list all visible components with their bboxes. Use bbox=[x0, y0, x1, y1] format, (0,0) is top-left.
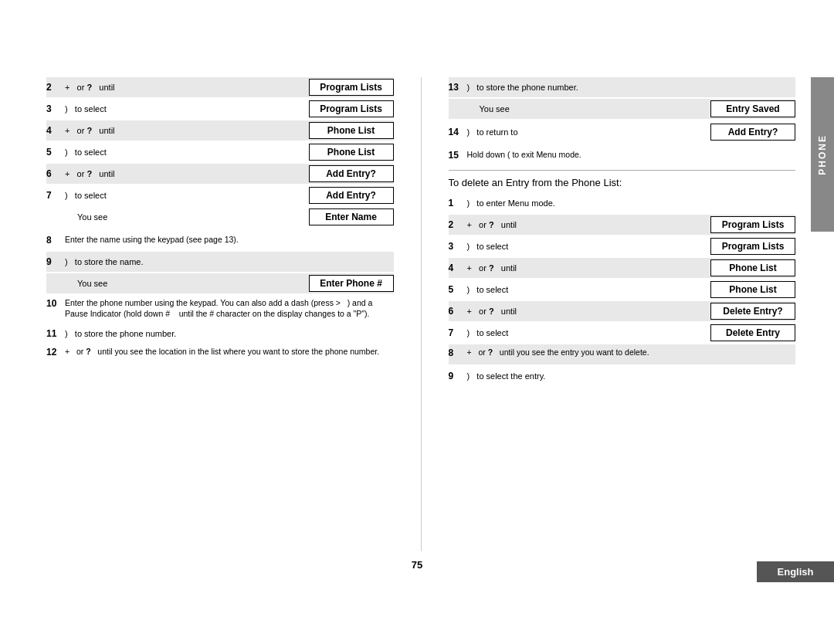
step-9-text: ) to store the name. bbox=[62, 256, 394, 268]
step-13-row: 13 ) to store the phone number. bbox=[449, 77, 796, 97]
step-7b-btn: Enter Name bbox=[309, 208, 394, 225]
step-14-btn: Add Entry? bbox=[710, 124, 795, 141]
step-13-text: ) to store the phone number. bbox=[464, 81, 796, 93]
step-6-text: + or ? until bbox=[62, 168, 309, 180]
column-divider bbox=[421, 77, 422, 551]
del-step-8-num: 8 bbox=[449, 346, 464, 358]
del-step-1-num: 1 bbox=[449, 198, 464, 208]
content-area: 2 + or ? until Program Lists 3 ) to sele… bbox=[46, 77, 795, 551]
step-7-text: ) to select bbox=[62, 189, 309, 202]
left-column: 2 + or ? until Program Lists 3 ) to sele… bbox=[46, 77, 394, 551]
del-step-9-text: ) to select the entry. bbox=[464, 370, 796, 382]
english-badge: English bbox=[757, 561, 834, 582]
del-step-1-text: ) to enter Menu mode. bbox=[464, 197, 796, 209]
step-9b-btn: Enter Phone # bbox=[309, 275, 394, 292]
del-step-5-row: 5 ) to select Phone List bbox=[449, 280, 796, 300]
language-label: English bbox=[778, 566, 814, 578]
section-divider bbox=[449, 170, 796, 171]
step-14-row: 14 ) to return to Add Entry? bbox=[449, 122, 796, 142]
step-10-row: 10 Enter the phone number using the keyp… bbox=[46, 297, 394, 320]
del-step-4-num: 4 bbox=[449, 263, 464, 273]
step-8-row: 8 Enter the name using the keypad (see p… bbox=[46, 230, 394, 250]
step-6-row: 6 + or ? until Add Entry? bbox=[46, 164, 394, 184]
del-step-2-row: 2 + or ? until Program Lists bbox=[449, 215, 796, 235]
del-step-1-row: 1 ) to enter Menu mode. bbox=[449, 193, 796, 213]
delete-section-heading: To delete an Entry from the Phone List: bbox=[449, 177, 796, 188]
del-step-3-text: ) to select bbox=[464, 240, 711, 253]
del-step-7-btn: Delete Entry bbox=[710, 324, 795, 341]
step-7-btn: Add Entry? bbox=[309, 187, 394, 204]
step-14-num: 14 bbox=[449, 127, 464, 137]
del-step-6-btn: Delete Entry? bbox=[710, 303, 795, 320]
del-step-3-row: 3 ) to select Program Lists bbox=[449, 236, 796, 256]
step-10-text: Enter the phone number using the keypad.… bbox=[62, 297, 394, 320]
del-step-2-num: 2 bbox=[449, 219, 464, 230]
del-step-6-text: + or ? until bbox=[464, 305, 711, 317]
del-step-3-num: 3 bbox=[449, 241, 464, 252]
del-step-7-row: 7 ) to select Delete Entry bbox=[449, 323, 796, 343]
phone-tab: PHONE bbox=[811, 77, 834, 232]
step-9-row: 9 ) to store the name. bbox=[46, 252, 394, 272]
step-7-row: 7 ) to select Add Entry? bbox=[46, 185, 394, 205]
step-15-text: Hold down ( to exit Menu mode. bbox=[464, 148, 796, 162]
step-7b-yousee: You see bbox=[62, 211, 309, 223]
del-step-9-num: 9 bbox=[449, 371, 464, 381]
step-8-num: 8 bbox=[46, 235, 62, 246]
del-step-7-num: 7 bbox=[449, 327, 464, 338]
step-15-row: 15 Hold down ( to exit Menu mode. bbox=[449, 145, 796, 165]
step-5-row: 5 ) to select Phone List bbox=[46, 142, 394, 162]
del-step-6-row: 6 + or ? until Delete Entry? bbox=[449, 301, 796, 321]
step-6-num: 6 bbox=[46, 168, 62, 179]
step-4-row: 4 + or ? until Phone List bbox=[46, 120, 394, 141]
step-9b-num bbox=[46, 278, 62, 289]
step-13-num: 13 bbox=[449, 82, 464, 93]
step-4-btn: Phone List bbox=[309, 122, 394, 139]
step-2-btn: Program Lists bbox=[309, 79, 394, 96]
step-2-num: 2 bbox=[46, 82, 62, 93]
step-13b-row: You see Entry Saved bbox=[449, 99, 796, 119]
step-7b-num bbox=[46, 212, 62, 222]
step-12-num: 12 bbox=[46, 345, 62, 358]
step-5-text: ) to select bbox=[62, 146, 309, 158]
del-step-3-btn: Program Lists bbox=[710, 238, 795, 255]
step-3-btn: Program Lists bbox=[309, 100, 394, 117]
step-6-btn: Add Entry? bbox=[309, 165, 394, 182]
step-13b-num bbox=[449, 103, 464, 114]
step-15-num: 15 bbox=[449, 150, 464, 161]
step-14-text: ) to return to bbox=[464, 126, 711, 138]
step-10-num: 10 bbox=[46, 297, 62, 309]
del-step-4-text: + or ? until bbox=[464, 262, 711, 274]
del-step-2-text: + or ? until bbox=[464, 219, 711, 231]
del-step-5-num: 5 bbox=[449, 284, 464, 295]
step-3-text: ) to select bbox=[62, 103, 309, 115]
del-step-7-text: ) to select bbox=[464, 327, 711, 339]
del-step-8-row: 8 + or ? until you see the entry you wan… bbox=[449, 344, 796, 364]
page-number: 75 bbox=[412, 559, 422, 571]
step-11-row: 11 ) to store the phone number. bbox=[46, 324, 394, 344]
step-9b-yousee: You see bbox=[62, 277, 309, 290]
right-column: 13 ) to store the phone number. You see … bbox=[449, 77, 796, 551]
del-step-4-btn: Phone List bbox=[710, 259, 795, 276]
step-13b-btn: Entry Saved bbox=[710, 100, 795, 117]
del-step-6-num: 6 bbox=[449, 306, 464, 317]
del-step-5-text: ) to select bbox=[464, 283, 711, 296]
step-4-text: + or ? until bbox=[62, 124, 309, 137]
del-step-8-text: + or ? until you see the entry you want … bbox=[464, 346, 796, 360]
step-5-btn: Phone List bbox=[309, 144, 394, 161]
step-8-text: Enter the name using the keypad (see pag… bbox=[62, 233, 394, 247]
del-step-9-row: 9 ) to select the entry. bbox=[449, 366, 796, 386]
step-2-text: + or ? until bbox=[62, 81, 309, 93]
del-step-4-row: 4 + or ? until Phone List bbox=[449, 258, 796, 278]
step-12-text: + or ? until you see the location in the… bbox=[62, 345, 394, 359]
step-5-num: 5 bbox=[46, 147, 62, 158]
step-12-row: 12 + or ? until you see the location in … bbox=[46, 345, 394, 365]
step-11-num: 11 bbox=[46, 328, 62, 339]
del-step-2-btn: Program Lists bbox=[710, 216, 795, 233]
step-11-text: ) to store the phone number. bbox=[62, 327, 394, 340]
phone-tab-label: PHONE bbox=[817, 134, 828, 175]
step-3-num: 3 bbox=[46, 103, 62, 114]
del-step-5-btn: Phone List bbox=[710, 281, 795, 298]
step-3-row: 3 ) to select Program Lists bbox=[46, 99, 394, 119]
step-9b-row: You see Enter Phone # bbox=[46, 273, 394, 293]
step-13b-yousee: You see bbox=[464, 103, 711, 115]
